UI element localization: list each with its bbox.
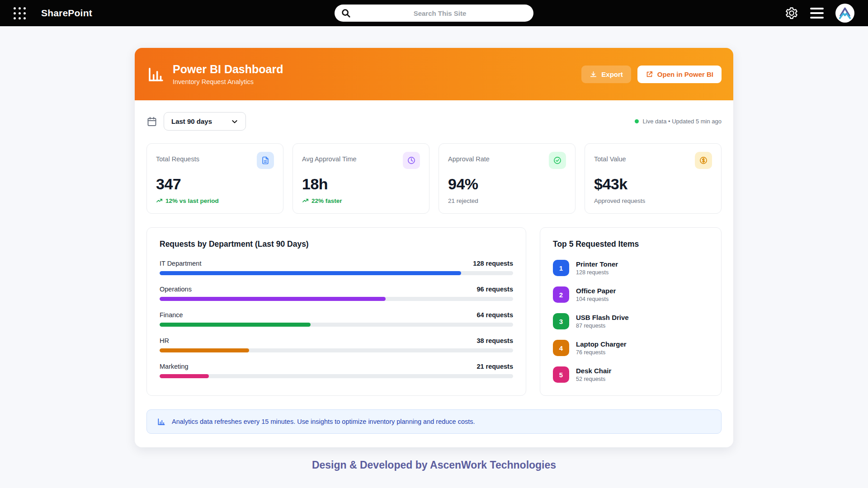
item-request-count: 52 requests [576,376,611,382]
bar-fill [160,271,461,275]
rank-badge: 5 [553,366,569,383]
live-status: Live data • Updated 5 min ago [635,118,722,125]
bar-fill [160,374,209,378]
top-items-panel: Top 5 Requested Items 1 Printer Toner 12… [540,227,722,396]
department-chart-panel: Requests by Department (Last 90 Days) IT… [146,227,526,396]
account-avatar-logo[interactable] [835,4,854,23]
top-item-row: 4 Laptop Charger 76 requests [553,340,708,356]
stat-note: 22% faster [302,197,420,204]
external-link-icon [646,70,653,78]
department-request-count: 21 requests [476,363,513,370]
department-row: HR 38 requests [160,337,513,352]
stat-card-approval-rate: Approval Rate 94% 21 rejected [439,143,576,214]
bar-track [160,374,513,378]
dashboard-subtitle: Inventory Request Analytics [173,78,283,85]
department-name: Marketing [160,363,189,370]
bar-fill [160,323,311,327]
powerbi-dashboard-card: Power BI Dashboard Inventory Request Ana… [135,48,733,447]
chevron-down-icon [231,118,238,125]
search-input[interactable] [335,5,533,22]
bar-chart-icon [146,65,165,84]
analytics-info-banner: Analytics data refreshes every 15 minute… [146,409,722,434]
bar-track [160,271,513,275]
live-status-text: Live data • Updated 5 min ago [643,118,722,125]
stat-note: 12% vs last period [156,197,274,204]
item-name: Office Paper [576,287,616,295]
bar-track [160,297,513,301]
rank-badge: 2 [553,286,569,303]
department-name: Finance [160,311,183,319]
department-row: IT Department 128 requests [160,260,513,275]
stat-note: Approved requests [594,197,712,204]
stat-value: 347 [156,175,274,193]
stat-value: 18h [302,175,420,193]
dashboard-title: Power BI Dashboard [173,63,283,76]
rank-badge: 4 [553,340,569,356]
live-indicator-dot [635,119,639,123]
panels-row: Requests by Department (Last 90 Days) IT… [135,214,733,396]
download-icon [590,70,597,78]
check-circle-icon [549,152,566,169]
rank-badge: 1 [553,260,569,276]
menu-hamburger-icon[interactable] [810,8,824,19]
stat-card-avg-approval-time: Avg Approval Time 18h 22% faster [292,143,429,214]
stat-cards: Total Requests 347 12% vs last period [135,133,733,214]
department-request-count: 128 requests [473,260,513,267]
item-request-count: 76 requests [576,349,627,356]
dollar-circle-icon [695,152,712,169]
bar-track [160,323,513,327]
department-row: Marketing 21 requests [160,363,513,378]
open-in-powerbi-button[interactable]: Open in Power BI [637,66,722,83]
sharepoint-logo-text[interactable]: SharePoint [41,8,92,19]
stat-label: Avg Approval Time [302,152,357,163]
bar-fill [160,348,249,352]
department-request-count: 96 requests [476,286,513,293]
settings-gear-icon[interactable] [785,6,798,20]
top-item-row: 3 USB Flash Drive 87 requests [553,313,708,329]
stat-card-total-requests: Total Requests 347 12% vs last period [146,143,283,214]
bar-fill [160,297,386,301]
department-name: HR [160,337,169,344]
stat-value: $43k [594,175,712,193]
export-button[interactable]: Export [581,66,631,83]
bar-track [160,348,513,352]
date-range-value: Last 90 days [171,117,212,125]
item-name: Desk Chair [576,367,611,375]
site-search[interactable] [335,5,533,22]
stat-label: Total Requests [156,152,199,163]
clock-icon [403,152,420,169]
item-request-count: 128 requests [576,269,618,276]
dashboard-header: Power BI Dashboard Inventory Request Ana… [135,48,733,100]
item-name: Laptop Charger [576,340,627,348]
app-launcher-waffle-icon[interactable] [14,7,26,19]
stat-label: Approval Rate [448,152,490,163]
sharepoint-top-bar: SharePoint [0,0,868,26]
filter-row: Last 90 days Live data • Updated 5 min a… [135,100,733,133]
search-icon [341,8,351,18]
top-item-row: 2 Office Paper 104 requests [553,286,708,303]
top-items-title: Top 5 Requested Items [553,239,708,249]
file-text-icon [257,152,274,169]
calendar-icon [146,116,157,127]
top-item-row: 1 Printer Toner 128 requests [553,260,708,276]
trending-up-icon [302,197,309,204]
department-request-count: 64 requests [476,311,513,319]
item-request-count: 87 requests [576,323,629,329]
stat-label: Total Value [594,152,626,163]
page-footer: Design & Developed by AscenWork Technolo… [0,459,868,471]
item-name: USB Flash Drive [576,314,629,321]
department-name: IT Department [160,260,201,267]
rank-badge: 3 [553,313,569,329]
date-range-select[interactable]: Last 90 days [164,112,246,131]
stat-note: 21 rejected [448,197,566,204]
department-chart-title: Requests by Department (Last 90 Days) [160,239,513,249]
department-row: Operations 96 requests [160,286,513,301]
banner-text: Analytics data refreshes every 15 minute… [172,418,475,425]
department-name: Operations [160,286,192,293]
stat-card-total-value: Total Value $43k Approved requests [585,143,722,214]
department-row: Finance 64 requests [160,311,513,327]
trending-up-icon [156,197,163,204]
stat-value: 94% [448,175,566,193]
item-name: Printer Toner [576,260,618,268]
item-request-count: 104 requests [576,296,616,302]
